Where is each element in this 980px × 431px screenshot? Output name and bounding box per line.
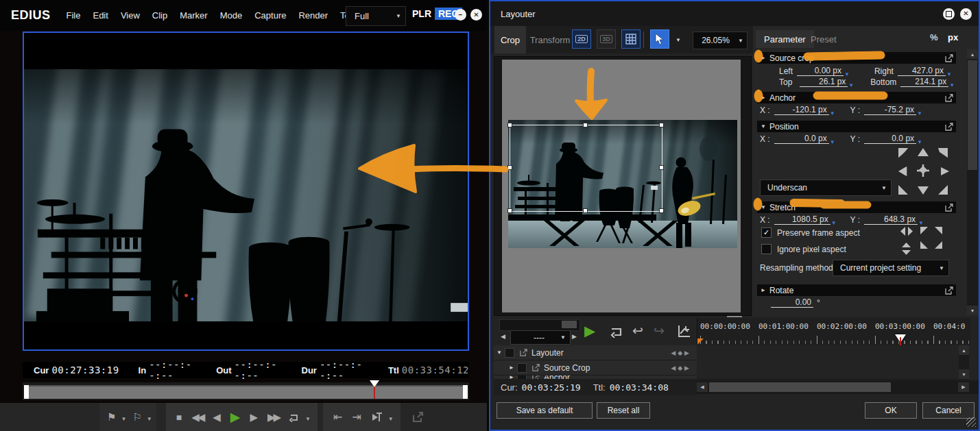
track-row-source-crop[interactable]: ► Source Crop ◀◆▶ (494, 360, 697, 375)
seek-track[interactable] (24, 385, 468, 399)
add-marker-dropdown-icon[interactable]: ▼ (121, 412, 128, 422)
play-around-dropdown-icon[interactable]: ▼ (388, 412, 395, 422)
timeline-loop-icon[interactable] (609, 325, 623, 338)
seek-playhead-line[interactable] (374, 386, 375, 399)
section-stretch[interactable]: ▼ Stretch (757, 201, 956, 213)
parameter-scrollbar[interactable]: ▲ ▼ (967, 49, 978, 315)
tab-preset[interactable]: Preset (802, 30, 845, 48)
menu-capture[interactable]: Capture (248, 10, 292, 21)
crop-handle-nw[interactable] (507, 123, 512, 127)
anchor-y-field[interactable]: -75.2 px (864, 105, 916, 115)
scroll-right-icon[interactable]: ▶ (958, 382, 969, 392)
fit-height-icon[interactable] (901, 242, 911, 256)
reset-all-button[interactable]: Reset all (597, 402, 650, 419)
menu-marker[interactable]: Marker (174, 10, 213, 21)
section-anchor[interactable]: ► Anchor (757, 92, 956, 103)
select-tool-button[interactable] (650, 29, 669, 49)
stop-icon[interactable]: ■ (171, 412, 187, 422)
ignore-pixel-checkbox[interactable] (761, 244, 772, 254)
lane-source-crop[interactable] (697, 360, 967, 376)
track-row-layouter[interactable]: ▼ Layouter ◀◆▶ (494, 345, 697, 360)
next-keyframe-icon[interactable]: ▶ (572, 333, 577, 340)
scroll-down-icon[interactable]: ▼ (959, 369, 969, 379)
prev-keyframe-icon[interactable]: ◀ (501, 333, 505, 340)
loop-icon[interactable] (284, 412, 305, 422)
expand-icon[interactable]: ► (757, 95, 769, 101)
menu-view[interactable]: View (115, 10, 146, 21)
slider-handle[interactable] (562, 321, 577, 328)
scrollbar-thumb[interactable] (968, 60, 977, 170)
resampling-dropdown[interactable]: Current project setting ▼ (833, 260, 949, 276)
fast-forward-icon[interactable]: ▶▶ (263, 412, 284, 422)
add-keyframe-icon[interactable] (945, 286, 953, 295)
section-rotate[interactable]: ► Rotate (757, 284, 956, 296)
crop-handle-e[interactable] (659, 165, 664, 170)
collapse-icon[interactable]: ▼ (757, 204, 769, 210)
spin-icon[interactable]: ▼ (830, 110, 835, 116)
menu-render[interactable]: Render (292, 10, 334, 21)
tab-transform[interactable]: Transform (526, 26, 574, 53)
position-x-field[interactable]: 0.0 px (774, 134, 829, 144)
add-keyframe-icon[interactable] (945, 204, 953, 212)
add-keyframe-icon[interactable] (945, 54, 953, 62)
lane-layouter[interactable] (697, 345, 967, 361)
right-field[interactable]: 427.0 px (898, 66, 946, 76)
scroll-up-icon[interactable]: ▲ (959, 345, 969, 355)
crop-handle-se[interactable] (659, 208, 664, 213)
set-out-icon[interactable]: ⇥ (347, 412, 366, 423)
add-keyframe-icon[interactable] (945, 94, 953, 102)
position-y-field[interactable]: 0.0 px (864, 134, 916, 144)
underscan-dropdown[interactable]: Underscan ▼ (760, 180, 892, 196)
menu-edit[interactable]: Edit (86, 10, 114, 21)
stretch-x-field[interactable]: 1080.5 px (774, 214, 830, 225)
unit-percent-button[interactable]: % (930, 32, 938, 42)
section-source-crop[interactable]: ► Source crop (757, 52, 956, 64)
keyframe-nav[interactable]: ◀◆▶ (671, 349, 691, 356)
preview-mode-dropdown[interactable]: Full ▼ (346, 6, 406, 26)
crop-rectangle[interactable] (510, 125, 662, 212)
mode-3d-button[interactable]: 3D (597, 29, 616, 49)
anchor-x-field[interactable]: -120.1 px (774, 105, 829, 115)
play-around-icon[interactable] (366, 412, 388, 422)
stretch-y-field[interactable]: 648.3 px (864, 214, 918, 225)
collapse-icon[interactable]: ▼ (494, 349, 505, 356)
spin-icon[interactable]: ▼ (830, 139, 835, 145)
set-in-icon[interactable]: ⇤ (328, 412, 347, 423)
menu-file[interactable]: File (60, 10, 87, 21)
undo-icon[interactable]: ↩ (632, 323, 643, 338)
top-field[interactable]: 26.1 px (800, 77, 848, 87)
spin-icon[interactable]: ▼ (949, 82, 955, 88)
resize-grip[interactable] (966, 417, 976, 427)
timeline-play-icon[interactable]: ▶ (584, 323, 595, 338)
close-icon[interactable]: ✕ (470, 9, 482, 21)
spin-icon[interactable]: ▼ (831, 220, 837, 226)
ok-button[interactable]: OK (865, 402, 917, 419)
play-icon[interactable]: ▶ (226, 410, 246, 423)
loop-dropdown-icon[interactable]: ▼ (305, 412, 312, 422)
unit-px-button[interactable]: px (948, 32, 958, 42)
menu-clip[interactable]: Clip (146, 10, 174, 21)
spin-icon[interactable]: ▼ (848, 82, 854, 88)
expand-icon[interactable]: ► (757, 55, 769, 61)
timeline-zoom-slider[interactable] (499, 319, 580, 331)
hscroll-thumb[interactable] (709, 382, 891, 392)
tab-crop[interactable]: Crop (494, 26, 526, 53)
redo-icon[interactable]: ↪ (654, 323, 665, 338)
add-marker-icon[interactable]: ⚑ (102, 412, 121, 422)
zoom-level-dropdown[interactable]: 26.05% ▼ (693, 32, 748, 49)
crop-handle-sw[interactable] (507, 208, 512, 213)
fit-fullscreen-icon[interactable] (919, 225, 944, 250)
spin-icon[interactable]: ▼ (917, 139, 922, 145)
export-icon[interactable] (407, 412, 429, 423)
cancel-button[interactable]: Cancel (922, 402, 975, 419)
track-scrollbar[interactable]: ▲ ▼ (959, 345, 969, 379)
lane-anchor[interactable] (697, 375, 967, 380)
rewind-icon[interactable]: ◀◀ (187, 412, 208, 422)
seek-bar[interactable] (23, 382, 469, 400)
track-checkbox[interactable] (505, 348, 514, 358)
crop-handle-s[interactable] (583, 208, 588, 213)
step-back-icon[interactable]: ◀ (208, 412, 226, 422)
save-as-default-button[interactable]: Save as default (497, 402, 593, 419)
step-forward-icon[interactable]: ▶ (245, 412, 263, 422)
dialog-close-icon[interactable]: ✕ (960, 8, 972, 20)
